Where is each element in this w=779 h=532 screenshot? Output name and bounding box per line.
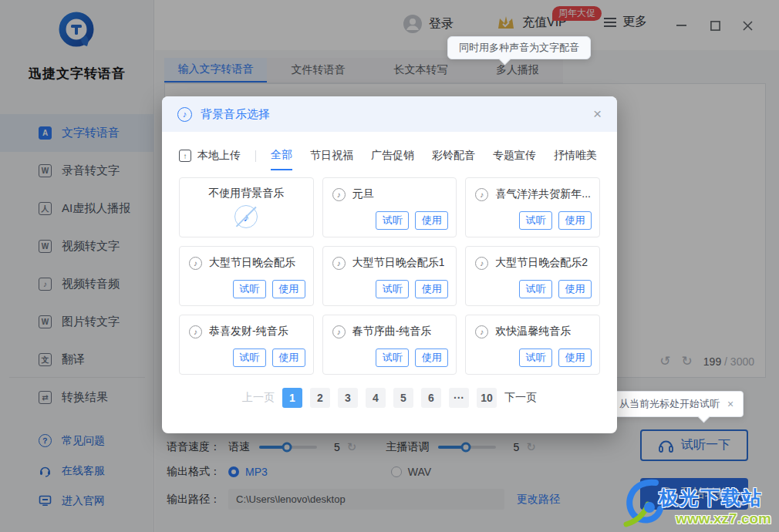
music-title: 恭喜发财-纯音乐 xyxy=(209,325,288,338)
page-button-4[interactable]: 4 xyxy=(366,388,386,408)
watermark: 极光下载站 www.xz7.com xyxy=(622,476,771,527)
music-card: ♪大型节日晚会配乐2 试听使用 xyxy=(465,246,600,306)
dialog-title: 背景音乐选择 xyxy=(201,107,270,122)
music-note-icon: ♪ xyxy=(177,107,192,122)
use-button[interactable]: 使用 xyxy=(558,211,592,230)
page-button-3[interactable]: 3 xyxy=(338,388,358,408)
prev-page-button[interactable]: 上一页 xyxy=(242,391,275,405)
page-ellipsis[interactable]: ··· xyxy=(449,388,469,408)
use-button[interactable]: 使用 xyxy=(415,348,448,367)
music-title: 大型节日晚会配乐1 xyxy=(352,256,445,270)
cursor-listen-tooltip: 从当前光标处开始试听 × xyxy=(609,391,744,417)
dialog-header: ♪ 背景音乐选择 × xyxy=(162,96,617,132)
next-page-button[interactable]: 下一页 xyxy=(504,391,537,405)
audition-button[interactable]: 试听 xyxy=(519,280,552,298)
audition-button[interactable]: 试听 xyxy=(376,280,409,298)
category-ringtone[interactable]: 彩铃配音 xyxy=(432,149,475,170)
music-card: ♪春节序曲-纯音乐 试听使用 xyxy=(322,315,457,375)
cursor-listen-tooltip-text: 从当前光标处开始试听 xyxy=(619,397,720,411)
music-note-icon: ♪ xyxy=(332,188,346,201)
music-note-icon: ♪ xyxy=(475,257,488,270)
watermark-url: www.xz7.com xyxy=(676,510,771,527)
page-button-2[interactable]: 2 xyxy=(310,388,330,408)
use-button[interactable]: 使用 xyxy=(415,211,448,230)
page-button-5[interactable]: 5 xyxy=(393,388,413,408)
music-title: 不使用背景音乐 xyxy=(180,178,313,200)
music-card: ♪欢快温馨纯音乐 试听使用 xyxy=(465,315,600,375)
music-note-icon: ♪ xyxy=(475,325,488,338)
music-card: ♪元旦 试听使用 xyxy=(322,177,457,237)
music-title: 喜气洋洋共贺新年... xyxy=(495,187,591,201)
music-card: ♪喜气洋洋共贺新年... 试听使用 xyxy=(465,177,600,237)
pagination: 上一页 1 2 3 4 5 6 ··· 10 下一页 xyxy=(162,388,617,408)
use-button[interactable]: 使用 xyxy=(415,280,448,298)
page-button-1[interactable]: 1 xyxy=(282,388,302,408)
music-title: 大型节日晚会配乐2 xyxy=(495,256,588,270)
music-card: ♪恭喜发财-纯音乐 试听使用 xyxy=(179,315,314,375)
music-title: 元旦 xyxy=(352,187,374,201)
music-note-icon: ♪ xyxy=(332,257,346,270)
local-upload-button[interactable]: ↑ 本地上传 xyxy=(179,149,241,163)
audition-button[interactable]: 试听 xyxy=(233,348,266,367)
category-special[interactable]: 专题宣传 xyxy=(493,149,536,170)
audition-button[interactable]: 试听 xyxy=(376,211,409,230)
use-button[interactable]: 使用 xyxy=(272,348,305,367)
music-note-icon: ♪ xyxy=(475,188,488,201)
category-all[interactable]: 全部 xyxy=(271,148,292,170)
use-button[interactable]: 使用 xyxy=(558,280,592,298)
use-button[interactable]: 使用 xyxy=(272,280,305,298)
music-card-grid: 不使用背景音乐 ♪ ♪元旦 试听使用 ♪喜气洋洋共贺新年... 试听使用 ♪大型… xyxy=(162,163,617,375)
page-button-6[interactable]: 6 xyxy=(421,388,441,408)
music-title: 欢快温馨纯音乐 xyxy=(495,325,571,338)
no-music-icon: ♪ xyxy=(234,205,258,228)
category-festival[interactable]: 节日祝福 xyxy=(310,149,353,170)
music-note-icon: ♪ xyxy=(332,325,346,338)
category-divider xyxy=(255,150,256,162)
music-title: 春节序曲-纯音乐 xyxy=(352,325,432,338)
music-note-icon: ♪ xyxy=(189,325,202,338)
audition-button[interactable]: 试听 xyxy=(233,280,266,298)
category-bar: ↑ 本地上传 全部 节日祝福 广告促销 彩铃配音 专题宣传 抒情唯美 xyxy=(162,132,617,163)
audition-button[interactable]: 试听 xyxy=(519,211,552,230)
music-note-icon: ♪ xyxy=(189,257,202,270)
watermark-site-name: 极光下载站 xyxy=(659,485,771,510)
music-card: ♪大型节日晚会配乐1 试听使用 xyxy=(322,246,457,306)
watermark-text: 极光下载站 www.xz7.com xyxy=(659,485,771,527)
upload-label: 本地上传 xyxy=(197,149,241,163)
upload-icon: ↑ xyxy=(179,150,191,162)
music-card-no-music[interactable]: 不使用背景音乐 ♪ xyxy=(179,177,314,237)
use-button[interactable]: 使用 xyxy=(558,348,592,367)
multi-voice-tooltip-text: 同时用多种声音为文字配音 xyxy=(459,41,579,55)
tooltip-close-icon[interactable]: × xyxy=(727,398,733,410)
audition-button[interactable]: 试听 xyxy=(519,348,552,367)
dialog-close-icon[interactable]: × xyxy=(593,106,602,123)
page-button-10[interactable]: 10 xyxy=(477,388,497,408)
category-ads[interactable]: 广告促销 xyxy=(371,149,414,170)
audition-button[interactable]: 试听 xyxy=(376,348,409,367)
multi-voice-tooltip: 同时用多种声音为文字配音 xyxy=(447,36,591,59)
category-lyrical[interactable]: 抒情唯美 xyxy=(554,149,597,170)
music-title: 大型节日晚会配乐 xyxy=(209,256,295,270)
music-card: ♪大型节日晚会配乐 试听使用 xyxy=(179,246,314,306)
background-music-dialog: ♪ 背景音乐选择 × ↑ 本地上传 全部 节日祝福 广告促销 彩铃配音 专题宣传… xyxy=(162,96,617,433)
